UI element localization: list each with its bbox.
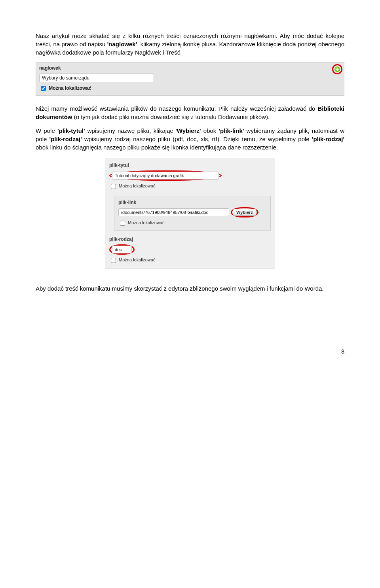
text: (o tym jak dodać pliki można dowiedzieć … bbox=[72, 113, 270, 120]
paragraph-1: Nasz artykuł może składać się z kilku ró… bbox=[36, 32, 344, 57]
bold: 'plik-tytul' bbox=[57, 127, 85, 134]
highlight-oval bbox=[109, 244, 135, 255]
localize-label: Można lokalizować bbox=[119, 183, 155, 188]
plus-icon[interactable] bbox=[334, 66, 340, 72]
field-label-plik-rodzaj: plik-rodzaj bbox=[109, 236, 271, 243]
localize-row: Można lokalizować bbox=[39, 85, 341, 92]
paragraph-4: Aby dodać treść komunikatu musimy skorzy… bbox=[36, 284, 344, 293]
localize-row: Można lokalizować bbox=[118, 219, 266, 227]
screenshot-naglowek-panel: naglowek Można lokalizować bbox=[36, 62, 344, 96]
localize-checkbox[interactable] bbox=[41, 86, 46, 91]
bold: 'naglowek' bbox=[107, 41, 137, 47]
plik-rodzaj-input[interactable] bbox=[112, 246, 132, 253]
plik-tytul-block: plik-tytul Można lokalizować bbox=[109, 162, 271, 190]
text: wpisujemy nazwę pliku, klikając bbox=[85, 127, 176, 134]
highlight-oval: Wybierz bbox=[231, 207, 258, 217]
highlight-oval bbox=[109, 170, 222, 181]
localize-label: Można lokalizować bbox=[49, 85, 91, 91]
screenshot-plik-panel: plik-tytul Można lokalizować plik-link W… bbox=[105, 159, 275, 268]
text: obok bbox=[201, 127, 219, 134]
localize-checkbox[interactable] bbox=[111, 258, 116, 263]
paragraph-3: W pole 'plik-tytul' wpisujemy nazwę plik… bbox=[36, 127, 344, 151]
field-label-plik-link: plik-link bbox=[118, 199, 266, 206]
localize-row: Można lokalizować bbox=[109, 257, 271, 264]
plik-link-input[interactable] bbox=[118, 208, 229, 216]
localize-checkbox[interactable] bbox=[111, 184, 116, 189]
localize-label: Można lokalizować bbox=[119, 258, 155, 263]
bold: 'Wybierz' bbox=[175, 127, 201, 134]
field-label-naglowek: naglowek bbox=[39, 65, 341, 72]
bold: 'plik-link' bbox=[219, 127, 244, 134]
localize-row: Można lokalizować bbox=[109, 183, 271, 190]
plik-rodzaj-block: plik-rodzaj Można lokalizować bbox=[109, 236, 271, 264]
wybierz-button[interactable]: Wybierz bbox=[233, 209, 256, 216]
text: obok linku do ściągnięcia naszego pliku … bbox=[36, 144, 278, 151]
plik-link-block: plik-link Wybierz Można lokalizować bbox=[114, 196, 271, 231]
text: Niżej mamy możliwość wstawiania plików d… bbox=[36, 105, 317, 112]
text: W pole bbox=[36, 127, 57, 134]
bold: 'plik-rodzaj' bbox=[312, 136, 344, 142]
naglowek-input[interactable] bbox=[39, 74, 154, 82]
text: wpisujemy rodzaj naszego pliku (pdf, doc… bbox=[82, 136, 312, 142]
bold: 'plik-rodzaj' bbox=[49, 136, 82, 142]
localize-label: Można lokalizować bbox=[128, 221, 164, 225]
add-naglowek-highlight bbox=[332, 64, 342, 74]
field-label-plik-tytul: plik-tytul bbox=[109, 162, 271, 169]
page-number: 8 bbox=[36, 348, 344, 356]
localize-checkbox[interactable] bbox=[120, 221, 125, 226]
paragraph-2: Niżej mamy możliwość wstawiania plików d… bbox=[36, 104, 344, 121]
plik-tytul-input[interactable] bbox=[112, 172, 219, 180]
